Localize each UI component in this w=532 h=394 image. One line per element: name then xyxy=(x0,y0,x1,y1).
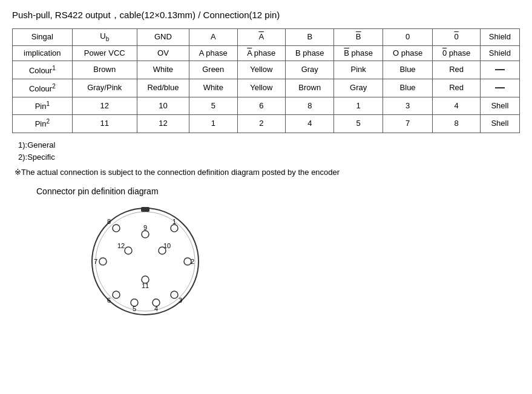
svg-point-19 xyxy=(142,231,149,238)
cell-implication-shield: Shield xyxy=(480,45,519,61)
svg-text:4: 4 xyxy=(154,305,158,312)
cell-pin1-b: 8 xyxy=(286,97,334,115)
cell-colour2-bbar: Gray xyxy=(334,79,383,97)
cell-pin1-label: Pin1 xyxy=(13,97,73,115)
cell-colour1-0: Blue xyxy=(383,61,432,79)
cell-colour1-0bar: Red xyxy=(433,61,481,79)
table-row-implication: implication Power VCC OV A phase A phase… xyxy=(13,45,520,61)
cell-implication-ub: Power VCC xyxy=(72,45,137,61)
note-1: 1):General xyxy=(18,139,520,152)
header-b: B xyxy=(286,29,334,46)
cell-colour1-ub: Brown xyxy=(72,61,137,79)
cell-pin1-a: 5 xyxy=(189,97,238,115)
cell-colour1-a: Green xyxy=(189,61,238,79)
svg-text:11: 11 xyxy=(142,282,149,289)
svg-point-7 xyxy=(171,291,178,298)
cell-pin2-0: 7 xyxy=(383,115,432,133)
table-row-pin2: Pin2 11 12 1 2 4 5 7 8 Shell xyxy=(13,115,520,133)
cell-pin1-shield: Shell xyxy=(480,97,519,115)
cell-colour2-0: Blue xyxy=(383,79,432,97)
cell-pin2-gnd: 12 xyxy=(137,115,189,133)
table-row-pin1: Pin1 12 10 5 6 8 1 3 4 Shell xyxy=(13,97,520,115)
cell-pin2-label: Pin2 xyxy=(13,115,73,133)
svg-text:5: 5 xyxy=(133,305,136,312)
header-gnd: GND xyxy=(137,29,189,46)
svg-text:2: 2 xyxy=(191,258,194,265)
svg-text:10: 10 xyxy=(163,242,171,249)
cell-colour1-bbar: Pink xyxy=(334,61,383,79)
cell-implication-b: B phase xyxy=(286,45,334,61)
cell-pin2-ub: 11 xyxy=(72,115,137,133)
svg-text:3: 3 xyxy=(179,297,182,304)
header-0: 0 xyxy=(383,29,432,46)
header-a: A xyxy=(189,29,238,46)
cell-pin1-0bar: 4 xyxy=(433,97,481,115)
cell-colour1-label: Colour1 xyxy=(13,61,73,79)
svg-point-13 xyxy=(113,291,120,298)
cell-pin2-a: 1 xyxy=(189,115,238,133)
cell-implication-abar: A phase xyxy=(237,45,286,61)
svg-text:8: 8 xyxy=(107,218,111,225)
table-row-colour2: Colour2 Gray/Pink Red/blue White Yellow … xyxy=(13,79,520,97)
cell-colour2-label: Colour2 xyxy=(13,79,73,97)
cell-pin2-abar: 2 xyxy=(237,115,286,133)
cell-colour2-ub: Gray/Pink xyxy=(72,79,137,97)
note-2: 2):Specific xyxy=(18,151,520,164)
cell-colour1-shield: — xyxy=(480,61,519,79)
svg-text:9: 9 xyxy=(143,224,147,231)
cell-implication-0: O phase xyxy=(383,45,432,61)
svg-text:7: 7 xyxy=(94,258,97,265)
connector-diagram: 1 2 3 4 5 6 7 xyxy=(85,201,206,322)
page-title: Push-pull, RS422 output，cable(12×0.13mm)… xyxy=(12,10,520,21)
cell-colour2-gnd: Red/blue xyxy=(137,79,189,97)
cell-pin1-0: 3 xyxy=(383,97,432,115)
cell-implication-bbar: B phase xyxy=(334,45,383,61)
svg-point-3 xyxy=(171,225,178,232)
cell-pin2-0bar: 8 xyxy=(433,115,481,133)
svg-text:12: 12 xyxy=(117,242,125,249)
diagram-section: Connector pin definition diagram 1 2 3 xyxy=(12,186,520,322)
cell-implication-gnd: OV xyxy=(137,45,189,61)
cell-pin1-bbar: 1 xyxy=(334,97,383,115)
cell-colour1-b: Gray xyxy=(286,61,334,79)
svg-text:6: 6 xyxy=(107,297,111,304)
cell-implication-label: implication xyxy=(13,45,73,61)
cell-colour1-gnd: White xyxy=(137,61,189,79)
cell-pin2-bbar: 5 xyxy=(334,115,383,133)
connector-svg: 1 2 3 4 5 6 7 xyxy=(85,201,206,322)
svg-point-15 xyxy=(99,258,107,265)
cell-pin2-shield: Shell xyxy=(480,115,519,133)
header-0-bar: 0 xyxy=(433,29,481,46)
header-a-bar: A xyxy=(237,29,286,46)
svg-rect-2 xyxy=(141,207,149,212)
cell-colour2-a: White xyxy=(189,79,238,97)
diagram-title: Connector pin definition diagram xyxy=(36,186,520,196)
cell-implication-0bar: 0 phase xyxy=(433,45,481,61)
cell-colour2-shield: — xyxy=(480,79,519,97)
cell-pin1-abar: 6 xyxy=(237,97,286,115)
cell-colour2-b: Brown xyxy=(286,79,334,97)
cell-pin1-gnd: 10 xyxy=(137,97,189,115)
table-row-header: Singal Ub GND A A B B 0 0 Shield xyxy=(13,29,520,46)
cell-pin1-ub: 12 xyxy=(72,97,137,115)
cell-colour2-0bar: Red xyxy=(433,79,481,97)
pin-table: Singal Ub GND A A B B 0 0 Shield implica… xyxy=(12,28,520,133)
header-ub: Ub xyxy=(72,29,137,46)
table-row-colour1: Colour1 Brown White Green Yellow Gray Pi… xyxy=(13,61,520,79)
notes-section: 1):General 2):Specific xyxy=(18,139,520,165)
svg-text:1: 1 xyxy=(172,218,176,225)
svg-point-17 xyxy=(113,225,120,232)
header-shield: Shield xyxy=(480,29,519,46)
cell-colour2-abar: Yellow xyxy=(237,79,286,97)
cell-implication-a: A phase xyxy=(189,45,238,61)
warning-text: ※The actual connection is subject to the… xyxy=(15,168,520,177)
header-signal: Singal xyxy=(13,29,73,46)
header-b-bar: B xyxy=(334,29,383,46)
svg-point-25 xyxy=(125,247,132,254)
cell-colour1-abar: Yellow xyxy=(237,61,286,79)
cell-pin2-b: 4 xyxy=(286,115,334,133)
